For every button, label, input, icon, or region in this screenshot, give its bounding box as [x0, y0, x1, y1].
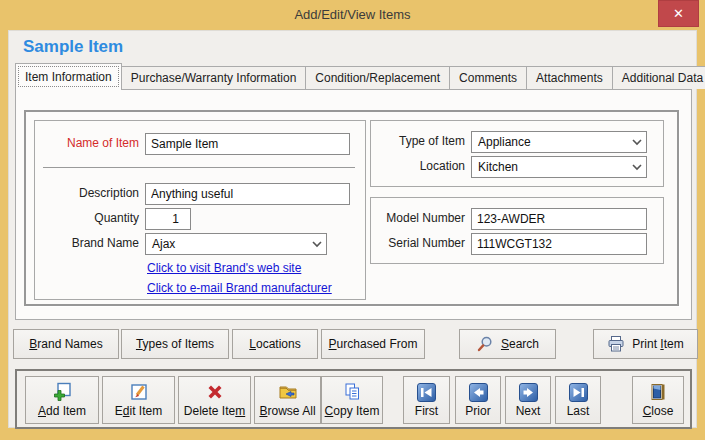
form-panel: Name of Item Description Quantity Brand … [24, 110, 679, 306]
search-label: Search [501, 337, 539, 351]
tab-strip: Item Information Purchase/Warranty Infor… [15, 63, 705, 89]
tab-additional-data[interactable]: Additional Data [612, 66, 705, 89]
identification-group: Model Number Serial Number [370, 197, 664, 264]
browse-all-button[interactable]: Browse All [254, 376, 321, 424]
dialog-window: Add/Edit/View Items ✕ Sample Item Item I… [0, 0, 705, 440]
add-item-button[interactable]: Add Item [25, 376, 99, 424]
close-icon: ✕ [673, 6, 684, 21]
brand-email-link[interactable]: Click to e-mail Brand manufacturer [147, 281, 332, 295]
chevron-down-icon [632, 138, 642, 146]
next-button[interactable]: Next [505, 376, 551, 424]
prior-icon [469, 383, 488, 402]
add-item-icon [52, 382, 72, 402]
add-item-label: Add Item [38, 404, 86, 418]
close-door-icon [648, 382, 668, 402]
first-label: First [415, 404, 438, 418]
locations-label: Locations [249, 337, 300, 351]
type-of-item-value: Appliance [478, 135, 531, 149]
serial-number-input[interactable] [471, 233, 647, 255]
purchased-from-label: Purchased From [329, 337, 418, 351]
quantity-label: Quantity [39, 211, 139, 225]
model-number-input[interactable] [471, 208, 647, 230]
browse-all-label: Browse All [259, 404, 315, 418]
types-of-items-button[interactable]: Types of Items [121, 329, 229, 359]
next-label: Next [516, 404, 541, 418]
type-of-item-label: Type of Item [373, 134, 465, 148]
brand-name-label: Brand Name [39, 236, 139, 250]
divider [43, 167, 355, 168]
serial-number-label: Serial Number [373, 236, 465, 250]
location-value: Kitchen [478, 160, 518, 174]
tab-page-item-information: Name of Item Description Quantity Brand … [15, 89, 692, 320]
chevron-down-icon [632, 163, 642, 171]
next-icon [519, 383, 538, 402]
first-button[interactable]: First [403, 376, 450, 424]
last-icon [569, 383, 588, 402]
window-title: Add/Edit/View Items [0, 7, 705, 22]
brand-website-link[interactable]: Click to visit Brand's web site [147, 261, 301, 275]
delete-item-button[interactable]: Delete Item [178, 376, 251, 424]
name-of-item-input[interactable] [145, 133, 350, 155]
item-details-group: Name of Item Description Quantity Brand … [34, 120, 366, 300]
edit-item-button[interactable]: Edit Item [102, 376, 175, 424]
first-icon [417, 383, 436, 402]
last-button[interactable]: Last [555, 376, 601, 424]
description-input[interactable] [145, 183, 350, 205]
brand-name-value: Ajax [152, 237, 175, 251]
edit-item-label: Edit Item [115, 404, 162, 418]
purchased-from-button[interactable]: Purchased From [321, 329, 425, 359]
close-button[interactable]: ✕ [658, 0, 699, 27]
title-bar: Add/Edit/View Items ✕ [0, 0, 705, 30]
model-number-label: Model Number [373, 211, 465, 225]
search-icon [476, 335, 494, 353]
classification-group: Type of Item Appliance Location Kitchen [370, 120, 664, 187]
location-label: Location [373, 159, 465, 173]
tab-attachments[interactable]: Attachments [526, 66, 613, 89]
types-of-items-label: Types of Items [136, 337, 214, 351]
chevron-down-icon [312, 240, 322, 248]
type-of-item-select[interactable]: Appliance [471, 131, 647, 153]
close-label: Close [643, 404, 674, 418]
copy-item-icon [342, 382, 362, 402]
tab-purchase-warranty-information[interactable]: Purchase/Warranty Information [121, 66, 307, 89]
description-label: Description [39, 186, 139, 200]
tab-condition-replacement[interactable]: Condition/Replacement [305, 66, 450, 89]
delete-item-label: Delete Item [184, 404, 245, 418]
brand-name-select[interactable]: Ajax [145, 233, 327, 255]
close-dialog-button[interactable]: Close [632, 376, 684, 424]
record-toolbar: Add Item Edit Item Delete Item [15, 369, 692, 429]
location-select[interactable]: Kitchen [471, 156, 647, 178]
brand-names-label: Brand Names [29, 337, 102, 351]
prior-label: Prior [465, 404, 490, 418]
browse-all-icon [278, 382, 298, 402]
page-title: Sample Item [23, 37, 123, 57]
brand-names-button[interactable]: Brand Names [13, 329, 119, 359]
search-button[interactable]: Search [459, 329, 556, 359]
name-of-item-label: Name of Item [39, 136, 139, 150]
locations-button[interactable]: Locations [232, 329, 318, 359]
copy-item-button[interactable]: Copy Item [321, 376, 383, 424]
tab-item-information[interactable]: Item Information [15, 63, 122, 90]
prior-button[interactable]: Prior [455, 376, 501, 424]
copy-item-label: Copy Item [325, 404, 380, 418]
printer-icon [607, 335, 625, 353]
print-item-button[interactable]: Print Item [593, 329, 698, 359]
edit-item-icon [129, 382, 149, 402]
print-item-label: Print Item [632, 337, 683, 351]
delete-item-icon [205, 382, 225, 402]
dialog-body: Sample Item Item Information Purchase/Wa… [8, 30, 697, 428]
tab-comments[interactable]: Comments [449, 66, 527, 89]
last-label: Last [567, 404, 590, 418]
quantity-input[interactable] [145, 208, 191, 230]
